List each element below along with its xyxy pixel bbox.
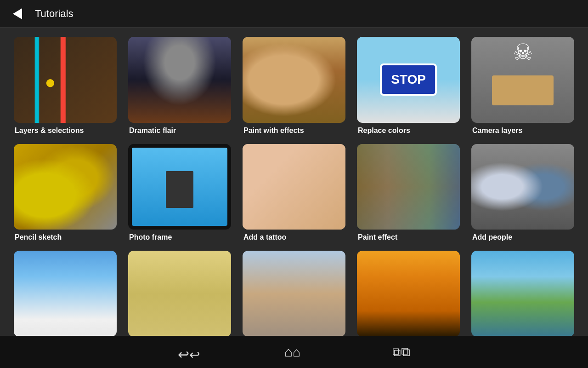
back-arrow-icon [13,8,22,19]
tutorial-label-layers-selections: Layers & selections [14,126,117,135]
tutorial-item-dramatic-flair[interactable]: Dramatic flair [128,37,231,135]
nav-back-icon: ↩ [178,346,192,357]
tutorial-thumb-sky-tutorial [14,251,117,336]
tutorial-thumb-paint-with-effects [243,37,345,123]
tutorial-thumb-coastal-tutorial [471,251,574,336]
tutorial-thumb-layers-selections [14,37,117,123]
nav-recents-icon: ⧉ [392,345,410,360]
tutorial-thumb-dramatic-flair [128,37,231,123]
tutorial-item-sunset-tutorial[interactable] [357,251,460,336]
tutorial-label-replace-colors: Replace colors [357,126,460,135]
main-content: Layers & selectionsDramatic flairPaint w… [0,28,588,336]
tutorial-thumb-camera-layers [471,37,574,123]
tutorial-label-paint-effect: Paint effect [357,233,460,242]
page-title: Tutorials [35,8,74,20]
nav-home-icon: ⌂ [284,344,300,360]
tutorial-item-add-a-tattoo[interactable]: Add a tattoo [243,144,345,242]
tutorial-item-paint-effect[interactable]: Paint effect [357,144,460,242]
tutorial-item-coastal-tutorial[interactable] [471,251,574,336]
tutorial-label-pencil-sketch: Pencil sketch [14,233,117,242]
tutorial-thumb-sunset-tutorial [357,251,460,336]
tutorial-label-photo-frame: Photo frame [128,233,231,242]
tutorial-thumb-people-tutorial [243,251,345,336]
nav-recents-button[interactable]: ⧉ [392,345,410,360]
tutorial-item-desert-tutorial[interactable] [128,251,231,336]
tutorial-thumb-add-a-tattoo [243,144,345,230]
back-button[interactable] [9,6,26,22]
tutorial-item-people-tutorial[interactable] [243,251,345,336]
tutorial-thumb-add-people [471,144,574,230]
nav-home-button[interactable]: ⌂ [284,344,300,360]
tutorial-item-add-people[interactable]: Add people [471,144,574,242]
tutorial-thumb-paint-effect [357,144,460,230]
tutorial-label-add-people: Add people [471,233,574,242]
tutorial-item-photo-frame[interactable]: Photo frame [128,144,231,242]
tutorial-item-sky-tutorial[interactable] [14,251,117,336]
tutorial-label-paint-with-effects: Paint with effects [243,126,345,135]
tutorial-item-replace-colors[interactable]: Replace colors [357,37,460,135]
top-bar: Tutorials [0,0,588,28]
tutorial-label-dramatic-flair: Dramatic flair [128,126,231,135]
tutorial-item-pencil-sketch[interactable]: Pencil sketch [14,144,117,242]
tutorial-item-camera-layers[interactable]: Camera layers [471,37,574,135]
tutorial-item-layers-selections[interactable]: Layers & selections [14,37,117,135]
bottom-navigation-bar: ↩ ⌂ ⧉ [0,336,588,368]
tutorial-item-paint-with-effects[interactable]: Paint with effects [243,37,345,135]
nav-back-button[interactable]: ↩ [178,346,192,357]
tutorial-thumb-pencil-sketch [14,144,117,230]
tutorial-label-camera-layers: Camera layers [471,126,574,135]
tutorial-label-add-a-tattoo: Add a tattoo [243,233,345,242]
tutorials-grid: Layers & selectionsDramatic flairPaint w… [14,37,574,336]
tutorial-thumb-photo-frame [128,144,231,230]
tutorial-thumb-replace-colors [357,37,460,123]
tutorial-thumb-desert-tutorial [128,251,231,336]
